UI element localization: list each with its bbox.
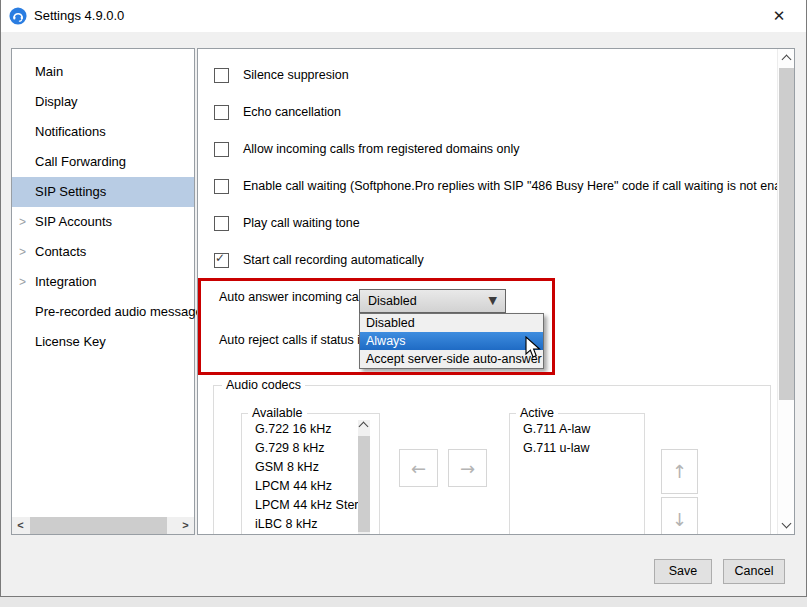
active-codecs-label: Active [516,406,558,420]
codec-list-item[interactable]: G.722 16 kHz [248,420,358,439]
move-right-button[interactable]: → [448,449,487,487]
codec-list-item[interactable]: GSM 8 kHz [248,458,358,477]
checkbox-label: Silence suppresion [243,68,349,82]
close-icon[interactable]: ✕ [762,4,796,28]
available-list-scrollbar[interactable] [358,420,370,534]
checkbox-label: Echo cancellation [243,105,341,119]
scrollbar-thumb[interactable] [358,436,370,532]
down-arrow-icon: ↓ [672,509,687,530]
sidebar-item[interactable]: > Contacts [12,237,194,267]
checkbox-row: ✓ Enable call waiting (Softphone.Pro rep… [214,176,795,196]
checkbox-label: Start call recording automatically [243,253,424,267]
sidebar-item-label: Pre-recorded audio messages [35,304,209,319]
move-left-button[interactable]: ← [399,449,438,487]
checkbox-row: ✓ Play call waiting tone [214,213,795,233]
content-vertical-scrollbar[interactable] [777,49,794,534]
codec-list-item[interactable]: G.729 8 kHz [248,439,358,458]
auto-answer-dropdown: Disabled Always Accept server-side auto-… [359,313,544,369]
cancel-button[interactable]: Cancel [723,559,785,584]
sidebar-item-label: Integration [35,274,96,289]
auto-answer-value: Disabled [368,290,417,312]
chevron-right-icon: > [19,267,26,297]
sidebar-nav: > Main > Display > Notifications > Call … [12,57,194,357]
sidebar-item[interactable]: > License Key [12,327,194,357]
scroll-down-icon[interactable] [778,515,795,532]
checkbox[interactable]: ✓ [214,253,229,268]
sidebar-horizontal-scrollbar[interactable]: < > [12,517,194,534]
titlebar: Settings 4.9.0.0 ✕ [1,0,806,32]
sidebar-item-label: Display [35,94,78,109]
scroll-up-icon[interactable] [359,422,369,432]
sidebar-item[interactable]: > Notifications [12,117,194,147]
sidebar-item[interactable]: > Integration [12,267,194,297]
sidebar-item[interactable]: > Pre-recorded audio messages [12,297,194,327]
sidebar-item[interactable]: > SIP Settings [12,177,194,207]
settings-window: Settings 4.9.0.0 ✕ > Main > Display > No… [0,0,807,597]
checkbox-group: ✓ Silence suppresion ✓ Echo cancellation… [214,65,795,287]
scrollbar-thumb[interactable] [30,517,167,534]
sidebar: > Main > Display > Notifications > Call … [11,48,195,535]
sidebar-item[interactable]: > SIP Accounts [12,207,194,237]
codec-list-item[interactable]: iLBC 8 kHz [248,515,358,534]
scrollbar-thumb[interactable] [779,68,794,400]
codec-list-item[interactable]: LPCM 44 kHz [248,477,358,496]
audio-codecs-group-label: Audio codecs [222,378,305,392]
checkbox[interactable]: ✓ [214,68,229,83]
checkbox-label: Allow incoming calls from registered dom… [243,142,520,156]
app-logo-icon [9,7,27,25]
sidebar-item-label: Contacts [35,244,86,259]
move-down-button[interactable]: ↓ [661,497,698,535]
checkbox[interactable]: ✓ [214,216,229,231]
checkbox[interactable]: ✓ [214,142,229,157]
auto-answer-label: Auto answer incoming call [219,290,364,304]
checkbox-row: ✓ Echo cancellation [214,102,795,122]
codec-list-item[interactable]: G.711 A-law [516,420,638,439]
sidebar-item-label: SIP Accounts [35,214,112,229]
sidebar-item-label: Call Forwarding [35,154,126,169]
chevron-right-icon: > [19,237,26,267]
dropdown-option[interactable]: Accept server-side auto-answer [360,350,543,368]
move-up-button[interactable]: ↑ [661,449,698,494]
codec-list-item[interactable]: G.711 u-law [516,439,638,458]
auto-reject-label: Auto reject calls if status is: [219,333,370,347]
sidebar-item-label: License Key [35,334,106,349]
available-codecs-label: Available [248,406,307,420]
sidebar-item-label: Notifications [35,124,106,139]
left-arrow-icon: ← [411,458,426,479]
active-codecs-list: G.711 A-law G.711 u-law [516,420,638,534]
dropdown-arrow-icon: ▼ [489,290,497,312]
available-codecs-list: G.722 16 kHz G.729 8 kHz GSM 8 kHz LPCM … [248,420,358,534]
sidebar-item[interactable]: > Display [12,87,194,117]
sidebar-item-label: Main [35,64,63,79]
checkbox[interactable]: ✓ [214,179,229,194]
right-arrow-icon: → [460,458,475,479]
sip-settings-panel: ✓ Silence suppresion ✓ Echo cancellation… [197,48,795,535]
sidebar-item[interactable]: > Main [12,57,194,87]
checkbox-label: Play call waiting tone [243,216,360,230]
dropdown-option[interactable]: Disabled [360,314,543,332]
checkbox-row: ✓ Allow incoming calls from registered d… [214,139,795,159]
checkbox-label: Enable call waiting (Softphone.Pro repli… [243,179,795,193]
scroll-up-icon[interactable] [778,51,795,68]
checkmark-icon: ✓ [215,251,225,265]
auto-answer-select[interactable]: Disabled ▼ [359,289,506,313]
sidebar-item-label: SIP Settings [35,184,106,199]
save-button[interactable]: Save [654,559,712,584]
window-title: Settings 4.9.0.0 [34,0,124,31]
sidebar-item[interactable]: > Call Forwarding [12,147,194,177]
scroll-right-icon[interactable]: > [177,517,194,534]
scroll-left-icon[interactable]: < [12,517,29,534]
codec-list-item[interactable]: LPCM 44 kHz Stereo [248,496,358,515]
dropdown-option[interactable]: Always [360,332,543,350]
up-arrow-icon: ↑ [672,461,687,482]
checkbox-row: ✓ Start call recording automatically [214,250,795,270]
checkbox-row: ✓ Silence suppresion [214,65,795,85]
chevron-right-icon: > [19,207,26,237]
checkbox[interactable]: ✓ [214,105,229,120]
